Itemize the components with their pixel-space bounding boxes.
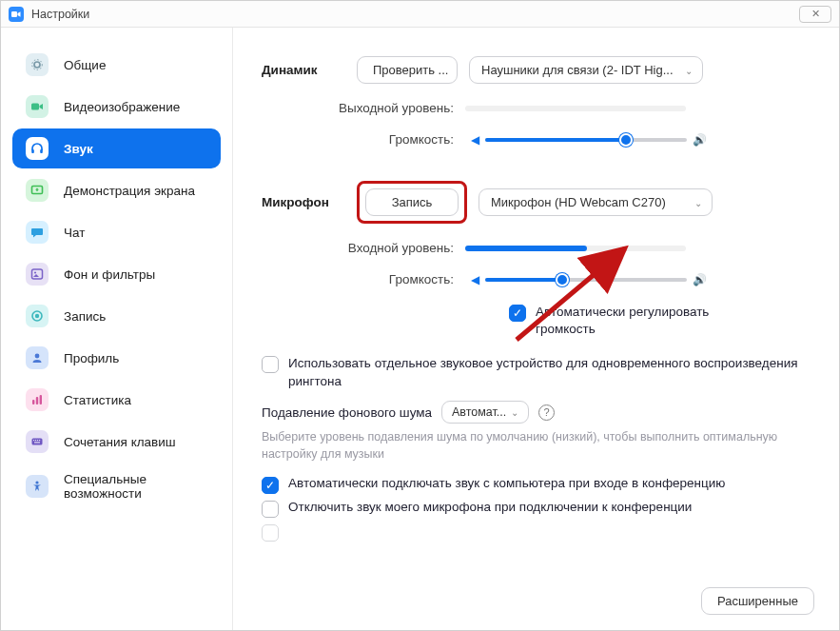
sidebar-item-shortcuts[interactable]: Сочетания клавиш xyxy=(12,422,221,462)
mic-device-select[interactable]: Микрофон (HD Webcam C270) ⌄ xyxy=(479,188,713,216)
sidebar-item-label: Звук xyxy=(64,142,93,156)
speaker-volume-label: Громкость: xyxy=(262,132,465,147)
help-icon[interactable]: ? xyxy=(538,404,555,421)
chevron-down-icon: ⌄ xyxy=(685,65,693,75)
noise-suppression-hint: Выберите уровень подавления шума по умол… xyxy=(262,429,811,463)
svg-rect-16 xyxy=(33,440,34,441)
speaker-volume-slider[interactable] xyxy=(485,138,687,142)
svg-rect-19 xyxy=(39,440,40,441)
svg-rect-7 xyxy=(32,269,43,279)
noise-suppression-select[interactable]: Автомат... ⌄ xyxy=(441,401,529,424)
sidebar: Общие Видеоизображение Звук Демонстрация… xyxy=(1,28,233,630)
sidebar-item-label: Общие xyxy=(64,58,106,72)
accessibility-icon xyxy=(26,475,49,498)
svg-rect-17 xyxy=(35,440,36,441)
sidebar-item-label: Запись xyxy=(64,309,106,324)
record-icon xyxy=(26,305,49,327)
sidebar-item-chat[interactable]: Чат xyxy=(12,212,221,252)
sidebar-item-general[interactable]: Общие xyxy=(12,45,221,85)
sidebar-item-label: Статистика xyxy=(64,393,131,407)
settings-panel-audio: Динамик Проверить ... Наушники для связи… xyxy=(233,28,839,630)
svg-point-10 xyxy=(35,314,39,318)
sidebar-item-audio[interactable]: Звук xyxy=(12,128,221,168)
input-level-meter xyxy=(465,246,686,251)
sidebar-item-label: Фон и фильтры xyxy=(64,267,155,282)
chevron-down-icon: ⌄ xyxy=(511,407,518,418)
titlebar: Настройки ✕ xyxy=(1,1,839,28)
svg-rect-14 xyxy=(40,395,42,404)
gear-icon xyxy=(26,53,49,76)
keyboard-icon xyxy=(26,430,49,453)
sidebar-item-profile[interactable]: Профиль xyxy=(12,338,221,378)
svg-rect-5 xyxy=(40,149,43,153)
noise-suppression-value: Автомат... xyxy=(452,405,506,419)
speaker-device-select[interactable]: Наушники для связи (2- IDT Hig... ⌄ xyxy=(469,56,703,84)
statistics-icon xyxy=(26,388,49,411)
svg-rect-3 xyxy=(31,104,39,110)
sidebar-item-label: Профиль xyxy=(64,351,119,365)
output-level-meter xyxy=(465,106,686,111)
sidebar-item-share-screen[interactable]: Демонстрация экрана xyxy=(12,170,221,210)
more-checkbox-partial[interactable] xyxy=(262,524,279,542)
svg-point-1 xyxy=(34,62,40,68)
volume-low-icon: ◀ xyxy=(471,133,479,147)
output-level-label: Выходной уровень: xyxy=(262,101,465,115)
share-screen-icon xyxy=(26,179,49,202)
separate-ringtone-device-label: Использовать отдельное звуковое устройст… xyxy=(288,355,811,391)
mute-on-join-label: Отключить звук моего микрофона при подкл… xyxy=(288,500,692,514)
sidebar-item-label: Демонстрация экрана xyxy=(64,184,195,198)
svg-point-21 xyxy=(35,481,38,483)
mic-section-label: Микрофон xyxy=(262,195,357,209)
record-mic-button[interactable]: Запись xyxy=(365,188,459,216)
sidebar-item-label: Чат xyxy=(64,226,85,240)
svg-rect-13 xyxy=(36,397,38,404)
app-icon-zoom xyxy=(9,7,24,22)
input-level-label: Входной уровень: xyxy=(262,241,465,255)
svg-rect-15 xyxy=(32,439,43,445)
svg-point-11 xyxy=(35,354,40,359)
annotation-highlight: Запись xyxy=(357,181,467,224)
svg-point-8 xyxy=(34,271,36,273)
headphones-icon xyxy=(26,137,49,160)
sidebar-item-label: Видеоизображение xyxy=(64,100,180,114)
mic-volume-slider[interactable] xyxy=(485,278,687,282)
video-icon xyxy=(26,95,49,118)
speaker-device-value: Наушники для связи (2- IDT Hig... xyxy=(481,63,674,77)
sidebar-item-video[interactable]: Видеоизображение xyxy=(12,87,221,127)
auto-join-audio-label: Автоматически подключать звук с компьюте… xyxy=(288,476,725,490)
profile-icon xyxy=(26,346,49,369)
chevron-down-icon: ⌄ xyxy=(694,197,702,207)
sidebar-item-label: Сочетания клавиш xyxy=(64,435,176,449)
chat-icon xyxy=(26,221,49,244)
svg-rect-18 xyxy=(37,440,38,441)
separate-ringtone-device-checkbox[interactable] xyxy=(262,356,279,373)
window-title: Настройки xyxy=(31,8,799,21)
svg-rect-0 xyxy=(11,11,17,17)
sidebar-item-label: Специальные возможности xyxy=(64,472,207,501)
volume-high-icon: 🔊 xyxy=(693,273,707,286)
svg-rect-4 xyxy=(31,149,34,153)
volume-low-icon: ◀ xyxy=(471,273,479,286)
svg-rect-12 xyxy=(32,400,34,404)
auto-join-audio-checkbox[interactable]: ✓ xyxy=(262,477,279,494)
speaker-section-label: Динамик xyxy=(262,63,357,77)
sidebar-item-background[interactable]: Фон и фильтры xyxy=(12,254,221,294)
mute-on-join-checkbox[interactable] xyxy=(262,501,279,518)
sidebar-item-statistics[interactable]: Статистика xyxy=(12,380,221,420)
volume-high-icon: 🔊 xyxy=(693,133,707,147)
noise-suppression-label: Подавление фонового шума xyxy=(262,405,432,420)
svg-rect-20 xyxy=(34,442,40,443)
mic-device-value: Микрофон (HD Webcam C270) xyxy=(491,195,666,209)
sidebar-item-recording[interactable]: Запись xyxy=(12,296,221,336)
background-icon xyxy=(26,263,49,286)
test-speaker-button[interactable]: Проверить ... xyxy=(357,56,458,84)
auto-adjust-volume-checkbox[interactable]: ✓ xyxy=(509,305,526,322)
advanced-button[interactable]: Расширенные xyxy=(701,587,814,615)
auto-adjust-volume-label: Автоматически регулировать громкость xyxy=(536,304,756,338)
sidebar-item-accessibility[interactable]: Специальные возможности xyxy=(12,463,221,509)
close-button[interactable]: ✕ xyxy=(799,6,831,23)
mic-volume-label: Громкость: xyxy=(262,272,465,286)
